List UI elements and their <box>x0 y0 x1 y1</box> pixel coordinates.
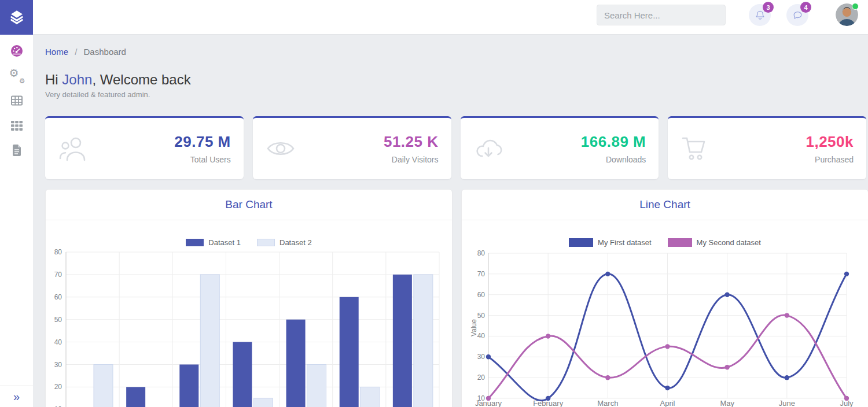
top-navbar: 3 4 <box>0 0 868 35</box>
app-logo[interactable] <box>0 0 33 35</box>
line-chart-header: Line Chart <box>462 190 868 220</box>
bar-chart-legend-item[interactable]: Dataset 1 <box>186 238 241 247</box>
messages-button[interactable]: 4 <box>786 4 808 26</box>
page-title: Hi John, Welcome back <box>45 72 866 88</box>
bar-chart-title: Bar Chart <box>225 198 272 210</box>
eye-icon <box>266 137 296 160</box>
bell-icon <box>755 10 766 21</box>
sidebar-footer: » <box>0 386 33 407</box>
line-chart-body: My First datasetMy Second dataset 102030… <box>462 238 868 407</box>
stat-label: Total Users <box>174 155 230 164</box>
table-icon <box>11 95 23 106</box>
stat-label: Downloads <box>581 155 646 164</box>
page-subtitle: Very detailed & featured admin. <box>45 90 866 99</box>
main-content: Home / Dashboard Hi John, Welcome back V… <box>33 35 868 407</box>
legend-swatch <box>257 239 275 246</box>
line-chart-legend: My First datasetMy Second dataset <box>470 238 859 247</box>
bar-chart-legend: Dataset 1Dataset 2 <box>54 238 443 247</box>
breadcrumb: Home / Dashboard <box>45 47 866 57</box>
svg-text:70: 70 <box>477 270 486 278</box>
svg-text:30: 30 <box>477 353 486 361</box>
legend-label: Dataset 2 <box>279 238 312 247</box>
legend-swatch <box>569 238 593 247</box>
legend-label: My Second dataset <box>697 238 761 247</box>
svg-text:30: 30 <box>54 361 62 369</box>
stat-card-downloads: 166.89 M Downloads <box>461 116 659 179</box>
stat-value: 29.75 M <box>174 133 230 151</box>
chat-icon <box>792 10 803 21</box>
charts-row: Bar Chart Dataset 1Dataset 2 80706050403… <box>45 189 866 407</box>
notifications-count-badge: 3 <box>763 2 774 13</box>
gears-icon: ⚙⚙ <box>10 69 24 83</box>
bar-chart-body: Dataset 1Dataset 2 80706050403020100 <box>46 238 452 407</box>
line-chart-card: Line Chart My First datasetMy Second dat… <box>461 189 868 407</box>
bar-chart-legend-item[interactable]: Dataset 2 <box>257 238 312 247</box>
legend-swatch <box>668 238 692 247</box>
sidebar-item-grid[interactable] <box>0 118 33 133</box>
stat-value: 166.89 M <box>581 133 646 151</box>
search-input[interactable] <box>604 10 719 20</box>
svg-text:60: 60 <box>54 293 62 301</box>
cart-icon <box>681 135 709 162</box>
cloud-download-icon <box>473 136 503 161</box>
dashboard-page: { "header": { "search": { "placeholder":… <box>0 0 868 407</box>
file-icon <box>12 145 21 156</box>
user-avatar[interactable] <box>836 3 858 26</box>
stat-card-daily-visitors: 51.25 K Daily Visitors <box>253 116 451 179</box>
speedometer-icon <box>10 45 23 57</box>
svg-text:50: 50 <box>54 316 62 324</box>
svg-text:40: 40 <box>54 338 62 346</box>
sidebar-item-dashboard[interactable] <box>0 43 33 58</box>
svg-text:60: 60 <box>477 291 486 299</box>
search-box <box>597 5 726 25</box>
legend-label: Dataset 1 <box>208 238 241 247</box>
legend-label: My First dataset <box>598 238 651 247</box>
stats-row: 29.75 M Total Users 51.25 K Daily Visito… <box>45 116 866 179</box>
svg-text:80: 80 <box>54 248 62 256</box>
bar-chart-card: Bar Chart Dataset 1Dataset 2 80706050403… <box>45 189 453 407</box>
user-name: John <box>62 72 92 87</box>
svg-text:50: 50 <box>477 312 486 320</box>
svg-text:May: May <box>720 399 734 407</box>
messages-count-badge: 4 <box>800 2 811 13</box>
sidebar-expand-button[interactable]: » <box>13 391 20 402</box>
line-chart-canvas[interactable]: 1020304050607080JanuaryFebruaryMarchApri… <box>470 248 859 407</box>
svg-text:March: March <box>597 399 618 407</box>
breadcrumb-current: Dashboard <box>84 47 126 57</box>
bar-chart-header: Bar Chart <box>46 190 452 220</box>
svg-text:20: 20 <box>477 373 486 382</box>
stat-card-total-users: 29.75 M Total Users <box>45 116 244 179</box>
layers-icon <box>8 9 25 26</box>
sidebar-item-tables[interactable] <box>0 93 33 108</box>
users-icon <box>58 135 88 162</box>
line-chart-legend-item[interactable]: My Second dataset <box>668 238 761 247</box>
svg-text:70: 70 <box>54 271 62 279</box>
breadcrumb-home-link[interactable]: Home <box>45 47 68 57</box>
bar-chart-canvas[interactable]: 80706050403020100 <box>54 248 443 407</box>
legend-swatch <box>186 239 204 246</box>
sidebar: ⚙⚙ <box>0 35 33 407</box>
svg-text:Value: Value <box>470 319 478 336</box>
svg-text:June: June <box>779 399 795 407</box>
breadcrumb-separator: / <box>75 47 77 57</box>
stat-label: Daily Visitors <box>384 155 439 164</box>
sidebar-item-documents[interactable] <box>0 143 33 158</box>
online-status-dot <box>852 3 859 10</box>
line-chart-legend-item[interactable]: My First dataset <box>569 238 651 247</box>
svg-text:20: 20 <box>54 383 62 391</box>
svg-text:April: April <box>660 399 675 407</box>
svg-text:40: 40 <box>477 332 486 340</box>
svg-text:80: 80 <box>477 249 486 257</box>
grid-icon <box>11 121 23 131</box>
stat-value: 1,250k <box>806 133 854 151</box>
stat-card-purchased: 1,250k Purchased <box>668 116 866 179</box>
sidebar-item-settings[interactable]: ⚙⚙ <box>0 68 33 83</box>
stat-value: 51.25 K <box>384 133 439 151</box>
line-chart-title: Line Chart <box>639 198 690 210</box>
stat-label: Purchased <box>806 155 854 164</box>
notifications-button[interactable]: 3 <box>749 4 771 26</box>
